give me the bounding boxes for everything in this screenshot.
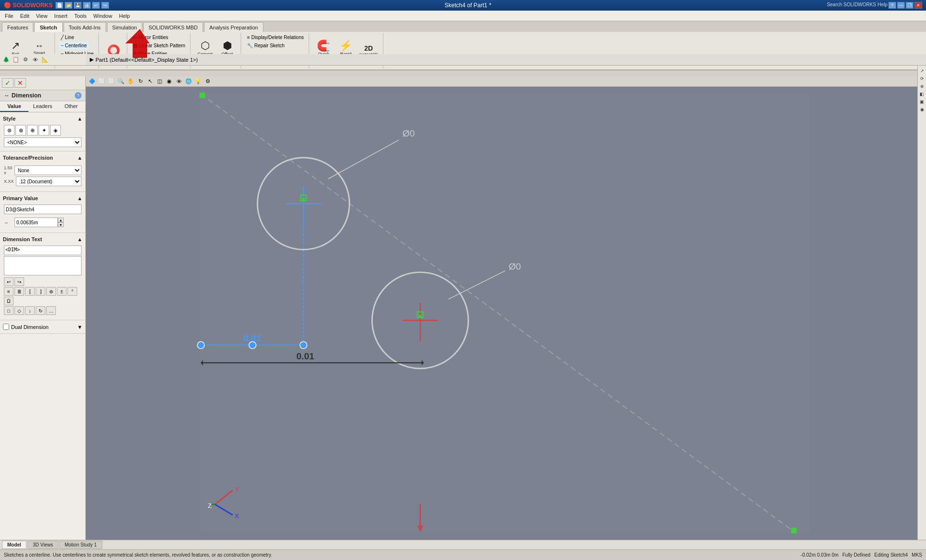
tree-path-arrow[interactable]: ▶ bbox=[90, 56, 94, 63]
view-rotate-btn[interactable]: ↻ bbox=[136, 77, 145, 86]
style-icon-3[interactable]: ⊕ bbox=[27, 125, 38, 136]
add-below-icon[interactable]: ↪ bbox=[14, 277, 24, 286]
spin-up-btn[interactable]: ▲ bbox=[58, 218, 64, 222]
svg-text:0.01: 0.01 bbox=[243, 333, 261, 343]
new-btn[interactable]: 📄 bbox=[55, 2, 63, 9]
spin-down-btn[interactable]: ▼ bbox=[58, 222, 64, 227]
minimize-btn[interactable]: — bbox=[897, 2, 905, 9]
accept-button[interactable]: ✓ bbox=[2, 78, 14, 88]
style-icon-1[interactable]: ⊛ bbox=[4, 125, 14, 136]
align-left-icon[interactable]: ≡ bbox=[4, 287, 14, 296]
rp-btn-4[interactable]: ◧ bbox=[919, 91, 926, 97]
menu-tools[interactable]: Tools bbox=[71, 12, 90, 20]
square-icon[interactable]: □ bbox=[4, 306, 14, 315]
dim-text-header[interactable]: Dimension Text ▲ bbox=[3, 235, 82, 244]
view-display-btn[interactable]: ◉ bbox=[165, 77, 174, 86]
menu-file[interactable]: File bbox=[2, 12, 16, 20]
align-center-icon[interactable]: ≣ bbox=[14, 287, 24, 296]
style-icon-4[interactable]: ✦ bbox=[39, 125, 49, 136]
diamond-icon[interactable]: ◇ bbox=[14, 306, 24, 315]
tab-3d-views[interactable]: 3D Views bbox=[27, 541, 58, 549]
menu-window[interactable]: Window bbox=[91, 12, 115, 20]
tab-sketch[interactable]: Sketch bbox=[34, 22, 62, 32]
view-setting-btn[interactable]: ⚙ bbox=[204, 77, 212, 86]
rp-btn-2[interactable]: ⟳ bbox=[919, 75, 926, 82]
open-btn[interactable]: 📂 bbox=[65, 2, 72, 9]
omega-icon[interactable]: Ω bbox=[4, 297, 14, 305]
plus-minus-icon[interactable]: ± bbox=[57, 287, 67, 296]
tab-features[interactable]: Features bbox=[2, 22, 33, 32]
rp-btn-1[interactable]: ↗ bbox=[919, 68, 926, 74]
rp-btn-3[interactable]: ⊕ bbox=[919, 83, 926, 90]
line-icon: ╱ bbox=[61, 35, 64, 40]
centerline-btn[interactable]: ┄ Centerline bbox=[59, 42, 89, 49]
print-btn[interactable]: 🖨 bbox=[83, 2, 91, 9]
spin-value-input[interactable] bbox=[14, 218, 58, 227]
repair-sketch-btn[interactable]: 🔧 Repair Sketch bbox=[245, 42, 286, 49]
cancel-button[interactable]: ✕ bbox=[14, 78, 26, 88]
align-right-icon[interactable]: ⟦ bbox=[25, 287, 35, 296]
view-scene-btn[interactable]: 🌐 bbox=[184, 77, 193, 86]
redo-btn[interactable]: ↪ bbox=[101, 2, 109, 9]
linear-sketch-pattern-btn[interactable]: ▦ Linear Sketch Pattern bbox=[131, 42, 187, 49]
tab-simulation[interactable]: Simulation bbox=[107, 22, 142, 32]
view-section-btn[interactable]: ◫ bbox=[155, 77, 164, 86]
deg-icon[interactable]: ° bbox=[68, 287, 77, 296]
view-hide-btn[interactable]: 👁 bbox=[175, 77, 183, 86]
display-delete-relations-btn[interactable]: ≡ Display/Delete Relations bbox=[245, 34, 306, 41]
primary-value-field[interactable] bbox=[4, 205, 82, 214]
rp-btn-6[interactable]: ◉ bbox=[919, 106, 926, 113]
tab-leaders[interactable]: Leaders bbox=[28, 101, 57, 112]
rotate-icon[interactable]: ↻ bbox=[36, 306, 45, 315]
tab-model[interactable]: Model bbox=[2, 541, 27, 549]
mirror-entities-btn[interactable]: ⇔ Mirror Entities bbox=[131, 34, 170, 41]
panel-help-btn[interactable]: ? bbox=[75, 92, 82, 99]
style-header[interactable]: Style ▲ bbox=[3, 114, 82, 123]
menu-edit[interactable]: Edit bbox=[17, 12, 32, 20]
primary-value-header[interactable]: Primary Value ▲ bbox=[3, 194, 82, 203]
undo-btn[interactable]: ↩ bbox=[92, 2, 100, 9]
view-front-btn[interactable]: ⬜ bbox=[97, 77, 106, 86]
view-zoom-btn[interactable]: 🔍 bbox=[117, 77, 125, 86]
style-icon-5[interactable]: ◈ bbox=[50, 125, 61, 136]
save-btn[interactable]: 💾 bbox=[74, 2, 82, 9]
help-btn[interactable]: ? bbox=[888, 2, 896, 9]
tab-analysis[interactable]: Analysis Preparation bbox=[204, 22, 263, 32]
dim-text-textarea[interactable] bbox=[4, 256, 82, 275]
close-btn[interactable]: ✕ bbox=[914, 2, 922, 9]
fm-property-btn[interactable]: 📋 bbox=[12, 55, 20, 64]
menu-view[interactable]: View bbox=[33, 12, 51, 20]
style-icon-2[interactable]: ⊗ bbox=[15, 125, 26, 136]
menu-help[interactable]: Help bbox=[116, 12, 133, 20]
bracket-icon[interactable]: ⟧ bbox=[36, 287, 45, 296]
tolerance-header[interactable]: Tolerance/Precision ▲ bbox=[3, 153, 82, 162]
fm-tree-btn[interactable]: 🌲 bbox=[2, 55, 11, 64]
fm-config-btn[interactable]: ⚙ bbox=[21, 55, 30, 64]
rp-btn-5[interactable]: ▣ bbox=[919, 98, 926, 105]
tab-tools-addins[interactable]: Tools Add-Ins bbox=[64, 22, 106, 32]
fm-display-btn[interactable]: 👁 bbox=[31, 55, 40, 64]
dual-dimension-checkbox[interactable] bbox=[3, 324, 9, 330]
view-3d-btn[interactable]: 🔷 bbox=[88, 77, 96, 86]
add-above-icon[interactable]: ↩ bbox=[4, 277, 14, 286]
line-tool-btn[interactable]: ╱ Line bbox=[59, 34, 76, 41]
view-sel-btn[interactable]: ↖ bbox=[146, 77, 154, 86]
dual-dimension-row[interactable]: Dual Dimension ▼ bbox=[3, 322, 82, 331]
main-viewport[interactable]: Ø0 Ø0 0.01 0.01 bbox=[86, 87, 917, 540]
tab-mbd[interactable]: SOLIDWORKS MBD bbox=[143, 22, 203, 32]
more-icon[interactable]: … bbox=[46, 306, 56, 315]
menu-insert[interactable]: Insert bbox=[51, 12, 70, 20]
tab-motion-study[interactable]: Motion Study 1 bbox=[59, 541, 102, 549]
style-dropdown[interactable]: <NONE> Default Custom bbox=[4, 137, 82, 147]
view-top-btn[interactable]: ⬜ bbox=[107, 77, 116, 86]
view-light-btn[interactable]: 💡 bbox=[194, 77, 203, 86]
view-pan-btn[interactable]: ✋ bbox=[126, 77, 135, 86]
circle-sym-icon[interactable]: ⊚ bbox=[46, 287, 56, 296]
restore-btn[interactable]: ❐ bbox=[906, 2, 913, 9]
tab-value[interactable]: Value bbox=[0, 101, 28, 112]
precision-dropdown[interactable]: .12 (Document) .1 .12 .123 bbox=[16, 177, 82, 186]
fm-dim-btn[interactable]: 📐 bbox=[41, 55, 49, 64]
down-icon[interactable]: ↓ bbox=[25, 306, 35, 315]
tolerance-dropdown[interactable]: None Bilateral Limit Symmetric bbox=[14, 165, 82, 175]
tab-other[interactable]: Other bbox=[57, 101, 85, 112]
